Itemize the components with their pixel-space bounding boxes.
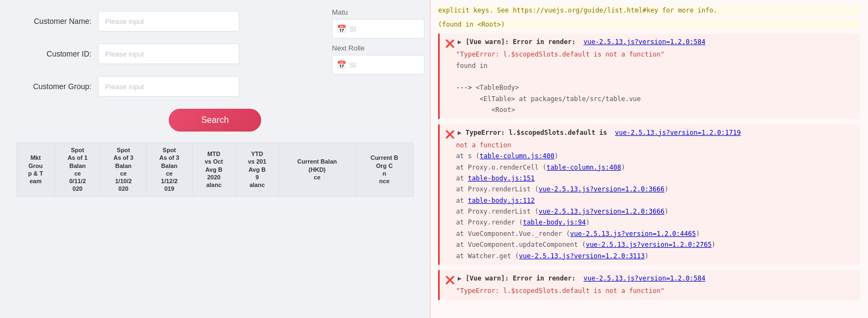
search-btn-wrapper: Search	[16, 109, 414, 132]
stack-link-6[interactable]: vue-2.5.13.js?version=1.2.0:3666	[539, 208, 664, 215]
error-console-panel[interactable]: explicit keys. See https://vuejs.org/gui…	[430, 0, 868, 318]
stack-link-3[interactable]: table-body.js:151	[468, 174, 535, 182]
stack-link-8[interactable]: vue-2.5.13.js?version=1.2.0:4465	[570, 230, 696, 238]
error-block-1: ❌ ▶ [Vue warn]: Error in render: vue-2.5…	[438, 34, 860, 119]
error-triangle-1: ▶	[458, 38, 465, 46]
customer-id-label: Customer ID:	[16, 49, 98, 58]
col-current-balance-hkd: Current Balan(HKD)ce	[279, 143, 355, 197]
calendar-icon-2: 📅	[337, 60, 346, 69]
table-header-row: MktGroup & Team SpotAs of 1Balance0/11/2…	[17, 143, 414, 197]
console-intro-text: explicit keys. See https://vuejs.org/gui…	[438, 5, 860, 15]
col-mkt-group: MktGroup & Team	[17, 143, 55, 197]
error-title-3: [Vue warn]: Error in render:	[465, 275, 575, 282]
col-mtd: MTDvs OctAvg B2020alanc	[192, 143, 236, 197]
error-title-1: [Vue warn]: Error in render:	[465, 38, 575, 46]
customer-group-input[interactable]	[98, 76, 239, 97]
error-triangle-2: ▶	[458, 129, 465, 136]
customer-name-input[interactable]	[98, 11, 239, 32]
customer-name-label: Customer Name:	[16, 17, 98, 26]
error-block-2: ❌ ▶ TypeError: l.$scopedSlots.default is…	[438, 124, 860, 265]
error-message-1: "TypeError: l.$scopedSlots.default is no…	[456, 49, 855, 60]
error-header-1: ❌ ▶ [Vue warn]: Error in render: vue-2.5…	[445, 37, 855, 49]
error-detail-1: found in ---> <TableBody> <ElTable> at p…	[456, 60, 855, 116]
error-icon-2: ❌	[445, 128, 454, 140]
col-spot-balan2: SpotAs of 3Balance1/10/2020	[101, 143, 146, 197]
table-section: MktGroup & Team SpotAs of 1Balance0/11/2…	[16, 142, 414, 197]
search-button[interactable]: Search	[169, 109, 262, 132]
next-roll-label: Next Rolle	[332, 44, 424, 52]
col-current-balance-org: Current BOrg Cnnce	[355, 143, 413, 197]
error-block-3: ❌ ▶ [Vue warn]: Error in render: vue-2.5…	[438, 270, 860, 300]
error-icon-1: ❌	[445, 38, 454, 49]
maturity-date-placeholder: St	[349, 25, 356, 33]
next-roll-date-placeholder: St	[349, 61, 356, 69]
customer-id-input[interactable]	[98, 43, 239, 64]
stack-link-4[interactable]: vue-2.5.13.js?version=1.2.0:3666	[539, 185, 664, 193]
stack-link-7[interactable]: table-body.js:94	[523, 219, 586, 226]
next-roll-date-picker[interactable]: 📅 St	[332, 55, 424, 74]
left-panel: Customer Name: Customer ID: Customer Gro…	[0, 0, 430, 318]
stack-link-5[interactable]: table-body.js:112	[468, 197, 535, 204]
error-header-2: ❌ ▶ TypeError: l.$scopedSlots.default is…	[445, 128, 855, 140]
calendar-icon: 📅	[337, 24, 346, 33]
console-found-text: (found in <Root>)	[438, 20, 860, 29]
error-link-1[interactable]: vue-2.5.13.js?version=1.2.0:584	[583, 38, 705, 46]
error-stack-2: at s (table-column.js:400) at Proxy.o.re…	[456, 151, 855, 261]
customer-group-label: Customer Group:	[16, 82, 98, 91]
error-link-3[interactable]: vue-2.5.13.js?version=1.2.0:584	[583, 275, 705, 282]
error-msg-2: not a function	[456, 140, 855, 151]
stack-link-9[interactable]: vue-2.5.13.js?version=1.2.0:2765	[586, 241, 711, 248]
maturity-label: Matu	[332, 8, 424, 16]
col-ytd: YTDvs 201Avg B9alanc	[236, 143, 279, 197]
data-table: MktGroup & Team SpotAs of 1Balance0/11/2…	[16, 142, 414, 197]
error-triangle-3: ▶	[458, 275, 465, 282]
stack-link-1[interactable]: table-column.js:400	[479, 152, 554, 160]
error-message-3: "TypeError: l.$scopedSlots.default is no…	[456, 286, 855, 296]
error-header-3: ❌ ▶ [Vue warn]: Error in render: vue-2.5…	[445, 273, 855, 286]
error-link-2[interactable]: vue-2.5.13.js?version=1.2.0:1719	[615, 129, 741, 136]
stack-link-2[interactable]: table-column.js:408	[546, 164, 621, 171]
col-spot-balan1: SpotAs of 1Balance0/11/2020	[54, 143, 100, 197]
stack-link-10[interactable]: vue-2.5.13.js?version=1.2.0:3113	[519, 252, 645, 260]
error-icon-3: ❌	[445, 274, 454, 286]
col-spot-balan3: SpotAs of 3Balance1/12/2019	[146, 143, 192, 197]
error-title-2: TypeError: l.$scopedSlots.default is	[465, 129, 607, 136]
maturity-date-picker[interactable]: 📅 St	[332, 19, 424, 39]
